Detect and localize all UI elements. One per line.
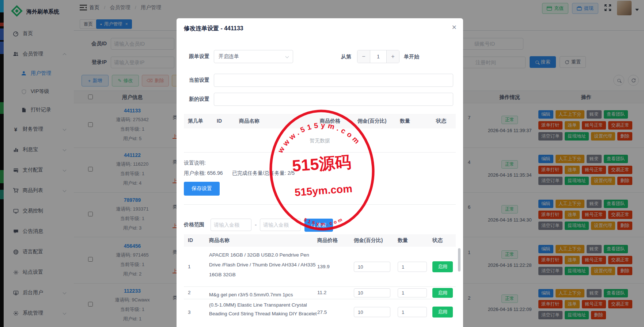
product-row: 1 APACER 16GB / 32GB USB2.0 Pendrive Pen… — [184, 247, 456, 287]
col-product-name: 商品名称 — [239, 118, 260, 124]
product-price: 139.9 — [317, 264, 330, 269]
col-price: 商品价格 — [317, 237, 338, 244]
products-table-header: ID 商品名称 商品价格 佣金(百分比) 数量 状态 — [184, 234, 456, 247]
save-settings-button[interactable]: 保存设置 — [184, 182, 220, 196]
current-setting-label: 当前设置 — [183, 77, 209, 84]
price-range-label: 价格范围 — [184, 222, 204, 228]
enable-button[interactable]: 启用 — [432, 307, 453, 318]
product-name: (0.5-1.0MM) Elastic Line Transparent Cry… — [209, 301, 319, 318]
divider — [184, 204, 456, 205]
save-settings-label: 保存设置 — [192, 185, 212, 192]
col-id: ID — [188, 237, 193, 243]
orders-empty-text: 暂无数据 — [184, 128, 456, 153]
from-order-label: 从第 — [341, 54, 351, 60]
modal-title: 修改连单设置 - 441133 — [184, 25, 243, 32]
stepper-minus-button[interactable]: − — [357, 50, 370, 63]
current-setting-input[interactable] — [214, 74, 453, 87]
orders-table-header: 第几单 ID 商品名称 商品价格 佣金(百分比) 数量 状态 — [184, 114, 456, 128]
search-icon — [311, 224, 315, 227]
col-product-name: 商品名称 — [209, 237, 230, 244]
new-setting-input[interactable] — [214, 93, 453, 106]
chevron-down-icon — [285, 55, 289, 58]
col-qty: 数量 — [398, 237, 408, 244]
stepper-plus-button[interactable]: + — [387, 50, 399, 63]
commission-input[interactable] — [354, 288, 390, 297]
col-commission: 佣金(百分比) — [357, 118, 386, 124]
product-name: APACER 16GB / 32GB USB2.0 Pendrive Pen D… — [209, 250, 319, 280]
quantity-input[interactable] — [398, 307, 427, 317]
modal-search-label: 搜索 — [317, 222, 326, 228]
col-status: 状态 — [436, 118, 446, 124]
follow-setting-select[interactable]: 开启连单 — [214, 50, 293, 63]
price-min-input[interactable] — [211, 219, 251, 231]
range-dash: - — [255, 222, 257, 228]
quantity-input[interactable] — [398, 262, 427, 272]
product-price: 11.2 — [317, 290, 326, 295]
modal-edit-chain-orders: 修改连单设置 - 441133 × 跟单设置 开启连单 从第 − 1 + 单开始… — [177, 18, 463, 327]
col-price: 商品价格 — [320, 118, 340, 124]
close-icon[interactable]: × — [452, 23, 457, 32]
stepper-value[interactable]: 1 — [370, 50, 387, 63]
follow-setting-label: 跟单设置 — [183, 53, 209, 60]
product-name: M&g gel pen r3/r5 0.5mm/0.7mm 1pcs — [209, 290, 319, 300]
enable-button[interactable]: 启用 — [432, 261, 453, 272]
quantity-input[interactable] — [398, 288, 427, 297]
task-progress-text: 已完成任务量/总任务量: 2/5 — [232, 170, 295, 177]
product-price: 27.5 — [317, 309, 327, 315]
enable-button[interactable]: 启用 — [432, 288, 453, 298]
commission-input[interactable] — [354, 307, 390, 317]
follow-setting-value: 开启连单 — [219, 53, 239, 60]
from-order-suffix: 单开始 — [404, 54, 419, 60]
col-id: ID — [217, 118, 222, 124]
modal-scrollbar-thumb[interactable] — [458, 248, 461, 272]
product-id: 2 — [188, 290, 191, 295]
commission-input[interactable] — [354, 262, 390, 272]
user-balance-text: 用户余额: 656.96 — [184, 170, 223, 177]
from-order-stepper: − 1 + — [357, 50, 399, 63]
col-order-index: 第几单 — [188, 118, 203, 124]
col-status: 状态 — [432, 237, 443, 244]
new-setting-label: 新的设置 — [183, 96, 209, 103]
product-id: 1 — [188, 264, 191, 269]
product-row: 2 M&g gel pen r3/r5 0.5mm/0.7mm 1pcs 11.… — [184, 287, 456, 299]
product-id: 3 — [188, 309, 191, 315]
product-row: 3 (0.5-1.0MM) Elastic Line Transparent C… — [184, 299, 456, 327]
price-max-input[interactable] — [260, 219, 301, 231]
modal-search-button[interactable]: 搜索 — [304, 219, 333, 232]
col-qty: 数量 — [400, 118, 410, 124]
col-commission: 佣金(百分比) — [354, 237, 383, 244]
setting-note-label: 设置说明: — [184, 160, 206, 166]
